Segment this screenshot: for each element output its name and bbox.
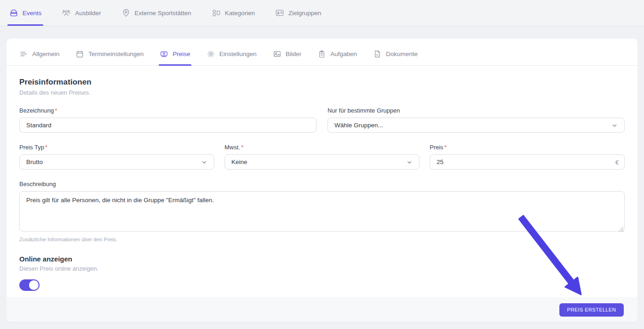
mwst-select-value: Keine [231,159,247,165]
tab-aufgaben[interactable]: Aufgaben [317,50,357,65]
card-footer: PREIS ERSTELLEN [6,297,638,322]
nav-item-label: Externe Sportstätten [135,10,191,17]
map-pin-icon [121,8,131,17]
tab-termineinstellungen[interactable]: Termineinstellungen [75,50,144,65]
tab-label: Termineinstellungen [88,51,144,57]
tab-label: Allgemein [32,51,59,57]
chevron-down-icon [611,122,618,129]
mwst-label: Mwst.* [224,144,420,151]
required-marker: * [241,144,243,151]
form-tabs: Allgemein Termineinstellungen Preise [6,39,638,66]
section-title: Preisinformationen [19,78,625,87]
required-marker: * [55,107,57,114]
field-beschreibung: Beschreibung Preis gilt für alle Persone… [19,181,625,242]
field-bezeichnung: Bezeichnung* [19,107,316,133]
preis-input[interactable] [430,154,625,170]
banknote-icon [160,50,168,58]
nav-item-label: Events [23,10,41,17]
beschreibung-helper: Zusätzliche Informationen über den Preis… [19,237,625,242]
document-icon [373,50,382,58]
tab-dokumente[interactable]: Dokumente [373,50,418,65]
field-preis-typ: Preis Typ* Brutto [19,144,214,170]
nav-item-kategorien[interactable]: Kategorien [210,0,257,26]
chevron-down-icon [406,159,413,165]
preis-typ-label: Preis Typ* [19,144,214,151]
beschreibung-label: Beschreibung [19,181,625,187]
preis-erstellen-button[interactable]: PREIS ERSTELLEN [559,303,624,317]
event-form-card: Allgemein Termineinstellungen Preise [6,39,638,322]
bezeichnung-label: Bezeichnung* [19,107,316,114]
tab-preise[interactable]: Preise [160,50,190,65]
bezeichnung-input[interactable] [19,118,316,133]
tab-label: Aufgaben [330,51,357,57]
events-icon [9,8,18,17]
nav-item-label: Kategorien [225,10,255,17]
tab-bilder[interactable]: Bilder [273,50,302,65]
clipboard-icon [317,50,326,58]
tab-label: Preise [172,51,190,57]
tab-label: Dokumente [386,51,418,57]
nav-item-label: Ausbilder [75,10,101,17]
mwst-select[interactable]: Keine [224,154,420,170]
top-navigation: Events Ausbilder Externe Sportstätten [0,0,644,26]
nav-item-label: Zielgruppen [288,10,321,17]
id-card-icon [275,8,284,17]
field-mwst: Mwst.* Keine [224,144,420,170]
online-anzeigen-description: Diesen Preis online anzeigen. [19,265,625,272]
lines-icon [19,50,28,58]
image-icon [273,50,282,58]
price-form: Preisinformationen Details des neuen Pre… [6,66,638,291]
online-anzeigen-title: Online anzeigen [19,255,625,263]
beschreibung-textarea[interactable]: Preis gilt für alle Personen, die nicht … [19,191,625,232]
preis-typ-select[interactable]: Brutto [19,154,214,170]
field-gruppen: Nur für bestimmte Gruppen Wähle Gruppen.… [328,107,625,133]
section-subtitle: Details des neuen Preises. [19,89,625,96]
required-marker: * [444,144,447,151]
toggle-knob [29,280,39,290]
gruppen-select[interactable]: Wähle Gruppen... [328,118,625,133]
nav-item-zielgruppen[interactable]: Zielgruppen [273,0,323,26]
nav-item-externe-sportstaetten[interactable]: Externe Sportstätten [120,0,193,26]
people-icon [62,8,71,17]
page: Events Ausbilder Externe Sportstätten [0,0,644,329]
nav-item-ausbilder[interactable]: Ausbilder [60,0,103,26]
gruppen-select-value: Wähle Gruppen... [334,122,383,129]
tab-einstellungen[interactable]: Einstellungen [207,50,257,65]
chevron-down-icon [201,159,207,165]
tab-allgemein[interactable]: Allgemein [19,50,59,65]
grid-icon [212,8,221,17]
calendar-icon [75,50,84,58]
online-anzeigen-toggle[interactable] [19,279,40,291]
gruppen-label: Nur für bestimmte Gruppen [328,107,625,114]
tab-label: Bilder [286,51,302,57]
required-marker: * [45,144,47,151]
gear-icon [207,50,215,58]
nav-item-events[interactable]: Events [7,0,43,26]
tab-label: Einstellungen [219,51,257,57]
field-preis: Preis* € [430,144,625,170]
preis-typ-select-value: Brutto [26,159,43,165]
preis-label: Preis* [430,144,625,151]
